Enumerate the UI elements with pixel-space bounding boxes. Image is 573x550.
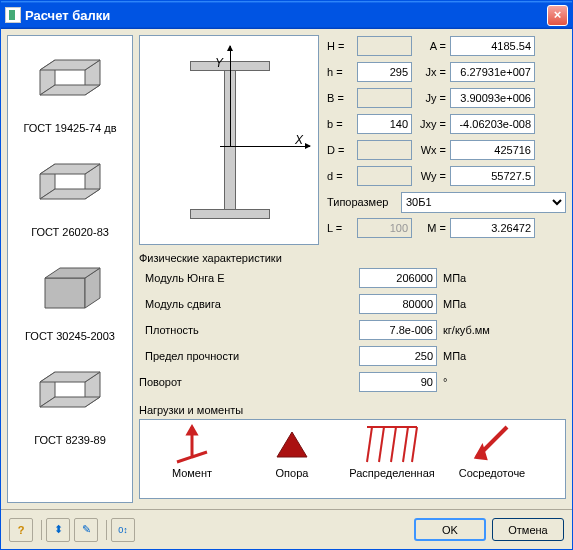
- load-label: Опора: [276, 467, 309, 479]
- label-M: M =: [412, 222, 450, 234]
- phys-input-shear[interactable]: [359, 294, 437, 314]
- phys-input-young[interactable]: [359, 268, 437, 288]
- moment-icon: [162, 422, 222, 467]
- sidebar-item-label: ГОСТ 26020-83: [12, 226, 128, 238]
- support-icon: [262, 422, 322, 467]
- svg-line-19: [379, 427, 384, 462]
- tool-help-button[interactable]: ?: [9, 518, 33, 542]
- input-d[interactable]: [357, 166, 412, 186]
- svg-line-22: [412, 427, 417, 462]
- profile-thumb-icon: [25, 144, 115, 224]
- input-D[interactable]: [357, 140, 412, 160]
- bottom-bar: ? ⬍ ✎ 0↕ OK Отмена: [1, 509, 572, 549]
- svg-marker-15: [188, 427, 196, 434]
- label-Jxy: Jxy =: [412, 118, 450, 130]
- label-typosize: Типоразмер: [327, 196, 401, 208]
- sidebar-item-gost-30245[interactable]: ГОСТ 30245-2003: [12, 248, 128, 342]
- label-Jx: Jx =: [412, 66, 450, 78]
- label-d: d =: [327, 170, 357, 182]
- axis-y: [230, 46, 231, 146]
- load-label: Распределенная: [349, 467, 434, 479]
- titlebar: Расчет балки ×: [1, 1, 572, 29]
- parameters: H = A = h = Jx = B = Jy =: [327, 35, 566, 245]
- phys-input-density[interactable]: [359, 320, 437, 340]
- loads-panel[interactable]: Момент Опора Распределенная: [139, 419, 566, 499]
- sidebar-item-label: ГОСТ 30245-2003: [12, 330, 128, 342]
- value-M[interactable]: [450, 218, 535, 238]
- value-Jx[interactable]: [450, 62, 535, 82]
- window-title: Расчет балки: [25, 8, 110, 23]
- sidebar-item-gost-8239[interactable]: ГОСТ 8239-89: [12, 352, 128, 446]
- tool-icon: 0↕: [118, 525, 128, 535]
- axis-label-x: X: [295, 133, 303, 147]
- label-Jy: Jy =: [412, 92, 450, 104]
- input-b[interactable]: [357, 114, 412, 134]
- sidebar-item-label: ГОСТ 19425-74 дв: [12, 122, 128, 134]
- help-icon: ?: [18, 524, 25, 536]
- tool-button-3[interactable]: ✎: [74, 518, 98, 542]
- value-Jxy[interactable]: [450, 114, 535, 134]
- label-H: H =: [327, 40, 357, 52]
- svg-line-21: [403, 427, 408, 462]
- ok-button[interactable]: OK: [414, 518, 486, 541]
- phys-unit-density: кг/куб.мм: [443, 324, 490, 336]
- load-item-distributed[interactable]: Распределенная: [342, 422, 442, 479]
- value-Wy[interactable]: [450, 166, 535, 186]
- input-B[interactable]: [357, 88, 412, 108]
- main-panel: X Y H = A = h = Jx =: [139, 35, 566, 503]
- phys-title: Физические характеристики: [139, 252, 566, 264]
- svg-line-20: [391, 427, 396, 462]
- sidebar-item-gost-19425[interactable]: ГОСТ 19425-74 дв: [12, 40, 128, 134]
- profile-sidebar[interactable]: ГОСТ 19425-74 дв ГОСТ 26020-83 ГОСТ 3024…: [7, 35, 133, 503]
- phys-input-rotation[interactable]: [359, 372, 437, 392]
- label-D: D =: [327, 144, 357, 156]
- phys-unit-strength: МПа: [443, 350, 466, 362]
- input-h[interactable]: [357, 62, 412, 82]
- label-b: b =: [327, 118, 357, 130]
- svg-line-18: [367, 427, 372, 462]
- value-Wx[interactable]: [450, 140, 535, 160]
- phys-unit-shear: МПа: [443, 298, 466, 310]
- load-item-concentrated[interactable]: Сосредоточе: [442, 422, 542, 479]
- select-typosize[interactable]: 30Б1: [401, 192, 566, 213]
- phys-unit-young: МПа: [443, 272, 466, 284]
- value-Jy[interactable]: [450, 88, 535, 108]
- separator: [106, 520, 107, 540]
- concentrated-load-icon: [462, 422, 522, 467]
- cross-section-diagram: X Y: [139, 35, 319, 245]
- phys-label-density: Плотность: [139, 324, 359, 336]
- close-button[interactable]: ×: [547, 5, 568, 26]
- label-B: B =: [327, 92, 357, 104]
- app-icon: [5, 7, 21, 23]
- load-item-support[interactable]: Опора: [242, 422, 342, 479]
- tool-icon: ⬍: [54, 523, 63, 536]
- label-A: A =: [412, 40, 450, 52]
- svg-marker-24: [477, 448, 485, 458]
- load-item-moment[interactable]: Момент: [142, 422, 242, 479]
- tool-icon: ✎: [82, 523, 91, 536]
- phys-input-strength[interactable]: [359, 346, 437, 366]
- separator: [41, 520, 42, 540]
- phys-label-young: Модуль Юнга Е: [139, 272, 359, 284]
- tool-button-4[interactable]: 0↕: [111, 518, 135, 542]
- sidebar-item-label: ГОСТ 8239-89: [12, 434, 128, 446]
- svg-marker-16: [277, 432, 307, 457]
- window: Расчет балки × ГОСТ 19425-74 дв ГОСТ 260…: [0, 0, 573, 550]
- tool-button-2[interactable]: ⬍: [46, 518, 70, 542]
- distributed-load-icon: [362, 422, 422, 467]
- phys-label-rotation: Поворот: [139, 376, 359, 388]
- cancel-button[interactable]: Отмена: [492, 518, 564, 541]
- input-L: [357, 218, 412, 238]
- svg-marker-8: [45, 278, 85, 308]
- profile-thumb-icon: [25, 40, 115, 120]
- value-A[interactable]: [450, 36, 535, 56]
- sidebar-item-gost-26020[interactable]: ГОСТ 26020-83: [12, 144, 128, 238]
- profile-thumb-icon: [25, 352, 115, 432]
- loads-section: Нагрузки и моменты Момент Опора: [139, 401, 566, 499]
- label-Wx: Wx =: [412, 144, 450, 156]
- loads-title: Нагрузки и моменты: [139, 404, 566, 416]
- input-H[interactable]: [357, 36, 412, 56]
- label-h: h =: [327, 66, 357, 78]
- phys-label-shear: Модуль сдвига: [139, 298, 359, 310]
- label-L: L =: [327, 222, 357, 234]
